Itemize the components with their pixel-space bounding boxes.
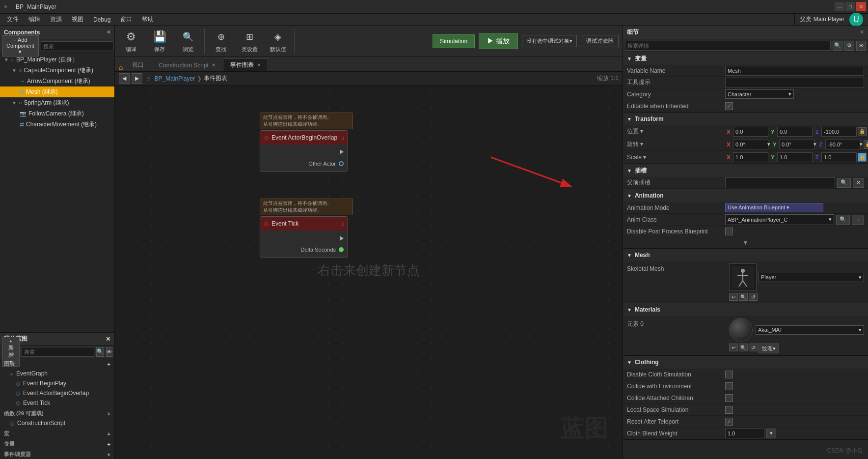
window-controls[interactable]: — □ ✕: [835, 2, 866, 11]
breadcrumb-bp[interactable]: BP_MainPlayer: [154, 75, 195, 82]
browse-button[interactable]: 🔍 浏览: [176, 27, 200, 55]
transform-section-header[interactable]: ▼ Transform: [623, 113, 868, 125]
details-search-input[interactable]: [625, 41, 831, 51]
tab-viewport[interactable]: 视口: [125, 58, 151, 71]
component-search-input[interactable]: [41, 41, 113, 51]
node-collapse-btn-1[interactable]: □: [341, 135, 344, 141]
reset-teleport-checkbox[interactable]: [725, 418, 733, 426]
pos-z-input[interactable]: [821, 127, 857, 137]
event-tab-close[interactable]: ✕: [257, 62, 261, 68]
materials-section-header[interactable]: ▼ Materials: [623, 303, 868, 316]
node-event-tick[interactable]: 此节点被禁用，将不会被调用。 从引脚连出线来编译功能。 ◇ Event Tick…: [260, 199, 353, 216]
other-actor-pin[interactable]: [339, 161, 344, 166]
functions-add-btn[interactable]: +: [108, 411, 110, 417]
save-button[interactable]: 💾 保存: [147, 27, 172, 55]
components-close-btn[interactable]: ✕: [107, 29, 110, 35]
collide-attached-checkbox[interactable]: [725, 394, 733, 402]
tree-item-camera[interactable]: 📷 FollowCamera (继承): [0, 108, 114, 119]
disable-pp-checkbox[interactable]: [725, 228, 733, 235]
variables-add-btn[interactable]: +: [108, 441, 110, 447]
construction-tab-close[interactable]: ✕: [212, 62, 216, 68]
compile-button[interactable]: ⚙ 编译: [119, 27, 143, 55]
scale-y-input[interactable]: [777, 152, 813, 162]
bp-item-eventgraph[interactable]: ⬦ EventGraph: [0, 369, 114, 378]
socket-section-header[interactable]: ▼ 插槽: [623, 164, 868, 177]
material-search-btn[interactable]: 🔍: [739, 344, 748, 351]
breadcrumb-forward-btn[interactable]: ▶: [132, 73, 142, 84]
material-reset-btn[interactable]: ↩: [729, 344, 738, 351]
material-tweak-btn[interactable]: 纹理▾: [759, 344, 779, 353]
socket-search-btn[interactable]: 🔍: [837, 178, 851, 188]
mesh-reset-btn[interactable]: ↩: [729, 293, 738, 301]
mesh-reload-btn[interactable]: ↺: [749, 293, 758, 301]
menu-help[interactable]: 帮助: [137, 14, 159, 25]
rot-x-input[interactable]: [733, 140, 768, 149]
blueprint-search-btn[interactable]: 🔍: [96, 347, 104, 357]
blueprint-search-input[interactable]: [22, 347, 94, 357]
mesh-search-btn[interactable]: 🔍: [739, 293, 748, 301]
tab-event-graph[interactable]: 事件图表 ✕: [223, 58, 268, 71]
scale-x-input[interactable]: [733, 152, 768, 162]
simulate-button[interactable]: Simulation: [433, 34, 475, 48]
anim-class-search-btn[interactable]: 🔍: [836, 215, 850, 225]
details-close-btn[interactable]: ✕: [860, 29, 864, 35]
bp-item-actoroverlap[interactable]: ◇ Event ActorBeginOverlap: [0, 388, 114, 398]
disable-cloth-checkbox[interactable]: [725, 371, 733, 378]
material-reload-btn[interactable]: ↺: [749, 344, 758, 351]
event-dispatchers-add-btn[interactable]: +: [108, 452, 110, 458]
parent-socket-input[interactable]: [725, 177, 835, 188]
tick-node[interactable]: ◇ Event Tick □ Delta Seconds: [260, 216, 348, 258]
cloth-blend-dropdown-btn[interactable]: ▾: [766, 429, 776, 438]
breadcrumb-back-btn[interactable]: ◀: [119, 73, 130, 84]
class-settings-button[interactable]: ⊞ 类设置: [237, 27, 262, 55]
mesh-section-header[interactable]: ▼ Mesh: [623, 249, 868, 261]
tab-construction-script[interactable]: Construction Script ✕: [151, 58, 222, 71]
bp-item-constructionscript[interactable]: ◇ ConstructionScript: [0, 418, 114, 428]
menu-debug[interactable]: Debug: [88, 15, 115, 24]
collide-env-checkbox[interactable]: [725, 382, 733, 390]
anim-class-dropdown[interactable]: ABP_AnimationPlayer_C ▾: [725, 214, 834, 225]
tooltip-input[interactable]: [725, 78, 864, 87]
scale-lock-btn[interactable]: 🔒: [858, 153, 867, 162]
menu-window[interactable]: 窗口: [115, 14, 137, 25]
node-actor-begin-overlap[interactable]: 此节点被禁用，将不会被调用。 从引脚连出线来编译功能。 ◇ Event Acto…: [260, 113, 353, 130]
tree-item-bp-mainplayer[interactable]: ▼ ⬦ BP_MainPlayer (自身）: [0, 54, 114, 65]
tree-item-springarm[interactable]: ▼ ○ SpringArm (继承): [0, 97, 114, 108]
cloth-blend-input[interactable]: [725, 429, 764, 438]
local-space-checkbox[interactable]: [725, 406, 733, 414]
bp-item-beginplay[interactable]: ◇ Event BeginPlay: [0, 378, 114, 388]
rot-y-input[interactable]: [779, 140, 814, 149]
clothing-section-header[interactable]: ▼ Clothing: [623, 356, 868, 369]
details-settings-btn[interactable]: ⚙: [844, 41, 854, 51]
bp-item-eventtick[interactable]: ◇ Event Tick: [0, 398, 114, 408]
tree-item-movement[interactable]: ⇄ CharacterMovement (继承): [0, 119, 114, 130]
blueprint-eye-btn[interactable]: 👁: [106, 347, 112, 357]
macros-add-btn[interactable]: +: [108, 431, 110, 437]
minimize-button[interactable]: —: [835, 2, 844, 11]
find-button[interactable]: ⊕ 查找: [209, 27, 233, 55]
rot-z-input[interactable]: [825, 140, 861, 149]
tree-item-arrow[interactable]: → ArrowComponent (继承): [0, 76, 114, 86]
debug-object-dropdown[interactable]: 没有选中调试对象▾: [522, 35, 577, 47]
animation-expand-btn[interactable]: ▼: [623, 237, 868, 248]
tree-item-mesh[interactable]: ⊡ Mesh (继承): [0, 86, 114, 97]
delta-seconds-pin[interactable]: [339, 247, 344, 252]
variable-name-input[interactable]: [725, 66, 864, 76]
skeletal-mesh-dropdown[interactable]: Player ▾: [759, 273, 864, 282]
play-button[interactable]: ▶ 播放: [479, 33, 518, 49]
anim-mode-dropdown[interactable]: Use Animation Blueprint ▾: [725, 203, 823, 212]
variables-section-header[interactable]: ▼ 变量: [623, 52, 868, 65]
pos-lock-btn[interactable]: 🔒: [858, 127, 867, 136]
my-blueprint-close-btn[interactable]: ✕: [106, 336, 110, 343]
menu-edit[interactable]: 编辑: [24, 14, 45, 25]
overlap-node[interactable]: ◇ Event ActorBeginOverlap □ Other Actor: [260, 130, 348, 172]
anim-class-jump-btn[interactable]: →: [852, 215, 864, 225]
editable-inherited-checkbox[interactable]: [725, 102, 733, 110]
pos-y-input[interactable]: [777, 127, 813, 137]
menu-view[interactable]: 视图: [67, 14, 88, 25]
graph-add-btn[interactable]: +: [108, 361, 110, 367]
animation-section-header[interactable]: ▼ Animation: [623, 189, 868, 202]
node-collapse-btn-2[interactable]: □: [341, 221, 344, 227]
menu-assets[interactable]: 资源: [45, 14, 67, 25]
details-eye-btn[interactable]: 👁: [856, 41, 866, 51]
